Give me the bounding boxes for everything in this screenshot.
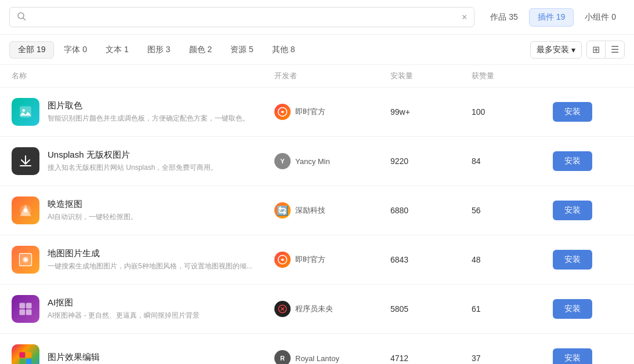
likes-count: 48 xyxy=(472,255,553,264)
tab-plugins[interactable]: 插件 19 xyxy=(529,8,574,27)
plugin-desc: AI抠图神器 - 更自然、更逼真，瞬间抠掉照片背景 xyxy=(48,311,200,321)
col-developer: 开发者 xyxy=(274,71,390,81)
view-grid-button[interactable]: ⊞ xyxy=(587,41,606,58)
plugin-list: 图片取色 智能识别图片颜色并生成调色板，方便确定配色方案，一键取色。 即时官方 … xyxy=(0,88,634,364)
search-input[interactable]: 图片 xyxy=(31,13,457,22)
filter-other[interactable]: 其他 8 xyxy=(263,41,304,59)
plugin-name: AI抠图 xyxy=(48,297,200,308)
likes-count: 100 xyxy=(472,107,553,117)
developer-info: 🔄 深励科技 xyxy=(274,202,390,219)
svg-point-10 xyxy=(24,259,27,261)
filter-bar: 全部 19 字体 0 文本 1 图形 3 颜色 2 资源 5 其他 8 最多安装… xyxy=(0,35,634,65)
table-row: 映造抠图 AI自动识别，一键轻松抠图。 🔄 深励科技 6880 56 安装 xyxy=(0,186,634,235)
developer-avatar xyxy=(274,252,291,268)
view-toggle: ⊞ ☰ xyxy=(586,41,625,59)
install-count: 99w+ xyxy=(390,107,472,117)
install-button[interactable]: 安装 xyxy=(553,348,592,364)
plugin-name: 图片效果编辑 xyxy=(48,352,100,363)
svg-rect-14 xyxy=(19,310,25,315)
plugin-name: 地图图片生成 xyxy=(48,248,252,259)
developer-avatar xyxy=(274,301,291,317)
view-list-button[interactable]: ☰ xyxy=(606,41,624,58)
sort-controls: 最多安装 ▾ ⊞ ☰ xyxy=(530,41,625,59)
plugin-info: Unsplash 无版权图片 接入知名无版权图片网站 Unsplash，全部免费… xyxy=(12,147,274,175)
install-button[interactable]: 安装 xyxy=(553,201,592,220)
developer-info: 即时官方 xyxy=(274,252,390,268)
developer-name: 即时官方 xyxy=(295,107,325,117)
plugin-info: 地图图片生成 一键搜索生成地图图片，内嵌5种地图风格，可设置地图视图的倾... xyxy=(12,246,274,274)
filter-all[interactable]: 全部 19 xyxy=(9,41,54,59)
plugin-name: 图片取色 xyxy=(48,100,249,111)
plugin-name: 映造抠图 xyxy=(48,199,137,210)
svg-rect-22 xyxy=(26,359,32,364)
svg-rect-21 xyxy=(19,359,25,364)
filter-color[interactable]: 颜色 2 xyxy=(180,41,221,59)
plugin-icon xyxy=(12,98,39,126)
plugin-name: Unsplash 无版权图片 xyxy=(48,150,218,161)
action-cell: 安装 xyxy=(553,250,622,270)
likes-count: 84 xyxy=(472,156,553,166)
likes-count: 61 xyxy=(472,304,553,314)
plugin-info: 图片效果编辑 xyxy=(12,344,274,364)
col-installs: 安装量 xyxy=(390,71,472,81)
plugin-info: AI抠图 AI抠图神器 - 更自然、更逼真，瞬间抠掉照片背景 xyxy=(12,295,274,323)
developer-info: R Royal Lantoy xyxy=(274,350,390,364)
clear-button[interactable]: × xyxy=(462,13,467,22)
svg-rect-12 xyxy=(19,303,25,308)
plugin-icon xyxy=(12,196,39,224)
install-count: 9220 xyxy=(390,156,472,166)
plugin-icon xyxy=(12,295,39,323)
search-icon xyxy=(17,12,26,23)
filter-text[interactable]: 文本 1 xyxy=(97,41,137,59)
action-cell: 安装 xyxy=(553,299,622,319)
tab-widgets[interactable]: 小组件 0 xyxy=(576,8,625,27)
svg-rect-2 xyxy=(20,106,31,118)
install-button[interactable]: 安装 xyxy=(553,102,592,122)
plugin-icon xyxy=(12,147,39,175)
search-bar: 图片 × 作品 35 插件 19 小组件 0 xyxy=(0,0,634,35)
plugin-text: Unsplash 无版权图片 接入知名无版权图片网站 Unsplash，全部免费… xyxy=(48,150,218,173)
developer-info: 程序员未央 xyxy=(274,301,390,317)
chevron-down-icon: ▾ xyxy=(571,45,575,54)
plugin-desc: 智能识别图片颜色并生成调色板，方便确定配色方案，一键取色。 xyxy=(48,114,249,123)
svg-rect-15 xyxy=(26,310,32,315)
action-cell: 安装 xyxy=(553,348,622,364)
svg-point-6 xyxy=(24,209,28,213)
developer-name: 程序员未央 xyxy=(295,304,333,314)
developer-name: Royal Lantoy xyxy=(295,354,339,363)
plugin-desc: AI自动识别，一键轻松抠图。 xyxy=(48,212,137,222)
developer-avatar: 🔄 xyxy=(274,202,291,219)
top-tab-group: 作品 35 插件 19 小组件 0 xyxy=(481,8,625,27)
svg-line-1 xyxy=(23,18,26,20)
filter-resource[interactable]: 资源 5 xyxy=(222,41,262,59)
likes-count: 56 xyxy=(472,206,553,215)
plugin-desc: 接入知名无版权图片网站 Unsplash，全部免费可商用。 xyxy=(48,163,218,173)
developer-name: 深励科技 xyxy=(295,205,325,216)
table-header: 名称 开发者 安装量 获赞量 xyxy=(0,65,634,88)
plugin-desc: 一键搜索生成地图图片，内嵌5种地图风格，可设置地图视图的倾... xyxy=(48,261,252,271)
install-button[interactable]: 安装 xyxy=(553,151,592,171)
sort-select[interactable]: 最多安装 ▾ xyxy=(530,41,582,59)
filter-font[interactable]: 字体 0 xyxy=(55,41,96,59)
table-row: 图片效果编辑 R Royal Lantoy 4712 37 安装 xyxy=(0,334,634,364)
plugin-text: 地图图片生成 一键搜索生成地图图片，内嵌5种地图风格，可设置地图视图的倾... xyxy=(48,248,252,271)
install-count: 6880 xyxy=(390,206,472,215)
plugin-icon xyxy=(12,246,39,274)
plugin-text: 图片效果编辑 xyxy=(48,352,100,365)
svg-rect-20 xyxy=(26,352,32,358)
install-count: 5805 xyxy=(390,304,472,314)
filter-shape[interactable]: 图形 3 xyxy=(139,41,179,59)
install-button[interactable]: 安装 xyxy=(553,250,592,270)
tab-works[interactable]: 作品 35 xyxy=(481,8,526,27)
likes-count: 37 xyxy=(472,354,553,363)
developer-info: 即时官方 xyxy=(274,104,390,120)
col-name: 名称 xyxy=(12,71,274,81)
svg-point-3 xyxy=(22,109,25,112)
table-row: 图片取色 智能识别图片颜色并生成调色板，方便确定配色方案，一键取色。 即时官方 … xyxy=(0,88,634,137)
plugin-info: 图片取色 智能识别图片颜色并生成调色板，方便确定配色方案，一键取色。 xyxy=(12,98,274,126)
col-action xyxy=(553,71,622,81)
install-button[interactable]: 安装 xyxy=(553,299,592,319)
svg-rect-19 xyxy=(19,352,25,358)
install-count: 6843 xyxy=(390,255,472,264)
plugin-icon xyxy=(12,344,39,364)
